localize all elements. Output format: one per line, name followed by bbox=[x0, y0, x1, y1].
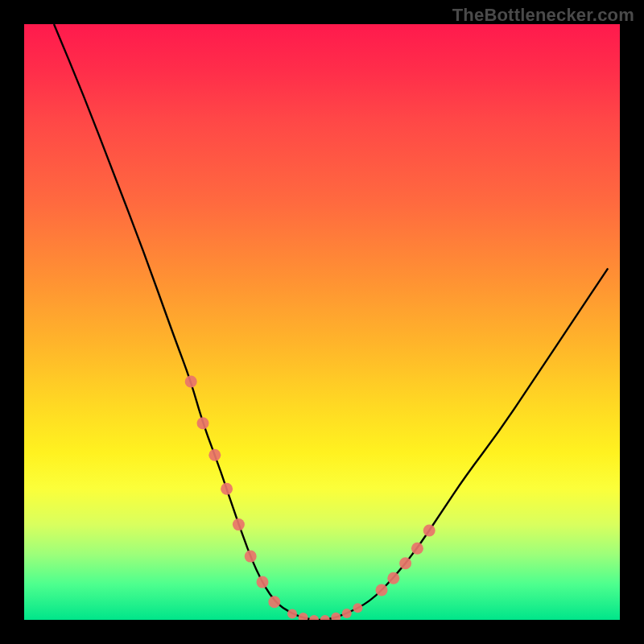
curve-marker-dot bbox=[423, 525, 436, 537]
curve-marker-dot bbox=[387, 572, 399, 584]
curve-marker-dot bbox=[287, 609, 297, 619]
curve-marker-dot bbox=[299, 613, 308, 620]
curve-marker-dot bbox=[221, 483, 233, 495]
attribution-label: TheBottlenecker.com bbox=[452, 5, 634, 26]
curve-marker-dot bbox=[320, 615, 330, 620]
curve-marker-dot bbox=[197, 417, 209, 429]
chart-frame: TheBottlenecker.com bbox=[0, 0, 644, 644]
curve-marker-dot bbox=[353, 603, 362, 613]
curve-marker-dot bbox=[399, 557, 411, 569]
curve-marker-dot bbox=[376, 584, 388, 597]
curve-marker-dot bbox=[342, 609, 352, 618]
chart-overlay bbox=[24, 24, 620, 620]
curve-marker-dot bbox=[245, 551, 257, 563]
bottleneck-curve bbox=[54, 24, 608, 620]
curve-markers bbox=[185, 376, 436, 621]
chart-plot-area bbox=[24, 24, 620, 620]
curve-marker-dot bbox=[233, 518, 245, 530]
curve-marker-dot bbox=[411, 543, 423, 555]
curve-marker-dot bbox=[185, 376, 197, 388]
curve-marker-dot bbox=[257, 576, 269, 588]
curve-marker-dot bbox=[309, 615, 319, 620]
curve-marker-dot bbox=[331, 613, 341, 620]
curve-marker-dot bbox=[268, 596, 280, 608]
curve-marker-dot bbox=[208, 449, 221, 461]
